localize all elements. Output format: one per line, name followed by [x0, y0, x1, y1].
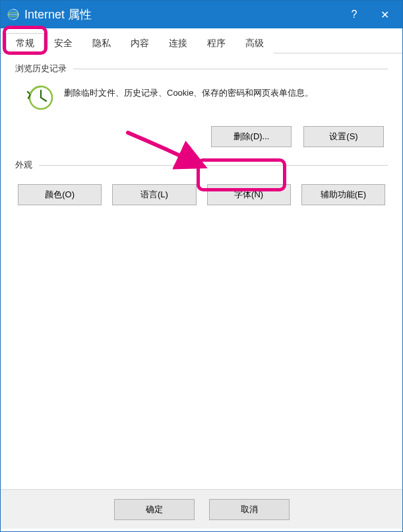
dialog-footer: 确定 取消 — [1, 489, 402, 529]
divider — [73, 69, 388, 69]
tab-general[interactable]: 常规 — [6, 33, 44, 53]
tab-advanced[interactable]: 高级 — [235, 33, 274, 53]
section-label-appearance: 外观 — [15, 159, 32, 171]
history-description: 删除临时文件、历史记录、Cookie、保存的密码和网页表单信息。 — [64, 84, 313, 100]
globe-icon — [7, 9, 19, 20]
history-clock-icon — [27, 84, 55, 112]
delete-history-button[interactable]: 删除(D)... — [211, 126, 292, 147]
section-header-history: 浏览历史记录 — [15, 63, 388, 75]
tab-privacy[interactable]: 隐私 — [82, 33, 121, 53]
section-label-history: 浏览历史记录 — [15, 63, 67, 75]
accessibility-button[interactable]: 辅助功能(E) — [301, 184, 385, 205]
titlebar: Internet 属性 ? ✕ — [1, 1, 402, 28]
close-button[interactable]: ✕ — [369, 1, 400, 28]
tab-programs[interactable]: 程序 — [197, 33, 235, 53]
help-button[interactable]: ? — [339, 1, 369, 28]
colors-button[interactable]: 颜色(O) — [18, 184, 102, 205]
tab-content[interactable]: 内容 — [121, 33, 159, 53]
languages-button[interactable]: 语言(L) — [112, 184, 196, 205]
cancel-button[interactable]: 取消 — [209, 499, 290, 520]
window-title: Internet 属性 — [24, 7, 339, 22]
history-settings-button[interactable]: 设置(S) — [303, 126, 384, 147]
fonts-button[interactable]: 字体(N) — [207, 184, 291, 205]
ok-button[interactable]: 确定 — [114, 499, 195, 520]
tab-security[interactable]: 安全 — [44, 33, 82, 53]
tab-strip: 常规 安全 隐私 内容 连接 程序 高级 — [1, 28, 402, 53]
divider — [39, 165, 388, 166]
section-header-appearance: 外观 — [15, 159, 388, 171]
tab-panel-general: 浏览历史记录 删除临时文件、历史记录、Cookie、保存的密码和网页表单信息。 … — [1, 53, 402, 489]
tab-connections[interactable]: 连接 — [159, 33, 197, 53]
